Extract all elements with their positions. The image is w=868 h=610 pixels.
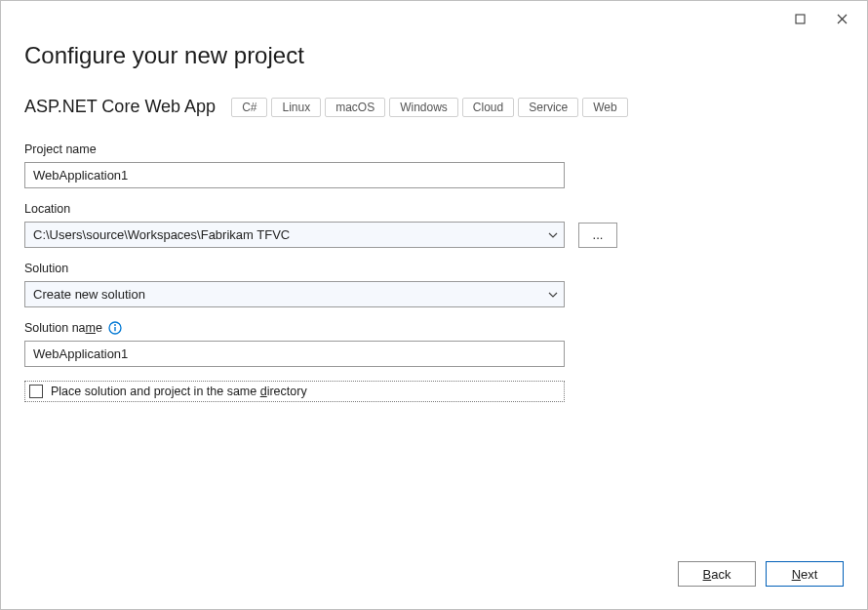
tag: C# [231,98,267,117]
close-icon [837,14,848,24]
location-combo[interactable]: C:\Users\source\Workspaces\Fabrikam TFVC [24,222,565,248]
back-button[interactable]: Back [678,561,756,587]
location-label: Location [24,202,844,216]
maximize-button[interactable] [780,9,819,28]
solution-group: Solution Create new solution [24,262,844,307]
close-button[interactable] [822,9,861,28]
tag: Cloud [462,98,514,117]
dialog-footer: Back Next [1,539,867,609]
project-name-label: Project name [24,142,844,156]
solution-name-input[interactable] [24,341,565,367]
solution-value: Create new solution [33,287,145,302]
tag: Windows [389,98,458,117]
template-name: ASP.NET Core Web App [24,97,216,117]
project-name-input[interactable] [24,162,565,188]
svg-rect-0 [796,15,805,23]
location-group: Location C:\Users\source\Workspaces\Fabr… [24,202,844,248]
same-directory-row[interactable]: Place solution and project in the same d… [24,381,565,402]
tag: Web [582,98,627,117]
same-directory-checkbox[interactable] [29,385,43,398]
solution-name-group: Solution name [24,321,844,367]
browse-button[interactable]: ... [578,223,617,248]
location-value: C:\Users\source\Workspaces\Fabrikam TFVC [33,227,290,242]
tag: Service [518,98,578,117]
chevron-down-icon [548,290,558,300]
browse-label: ... [593,227,604,242]
same-directory-label: Place solution and project in the same d… [51,385,307,398]
info-icon [108,321,122,335]
project-name-group: Project name [24,142,844,188]
solution-label: Solution [24,262,844,275]
maximize-icon [795,14,806,24]
tag: Linux [271,98,321,117]
template-tags: C# Linux macOS Windows Cloud Service Web [227,98,628,117]
dialog-content: Configure your new project ASP.NET Core … [1,32,867,539]
window-chrome [1,1,867,32]
solution-combo[interactable]: Create new solution [24,281,565,307]
solution-name-label: Solution name [24,321,844,335]
page-title: Configure your new project [24,42,844,69]
next-button[interactable]: Next [766,561,844,587]
chevron-down-icon [548,230,558,240]
svg-rect-4 [114,327,115,331]
template-header: ASP.NET Core Web App C# Linux macOS Wind… [24,97,844,117]
tag: macOS [325,98,385,117]
dialog-window: Configure your new project ASP.NET Core … [0,0,868,610]
svg-point-5 [114,324,116,326]
